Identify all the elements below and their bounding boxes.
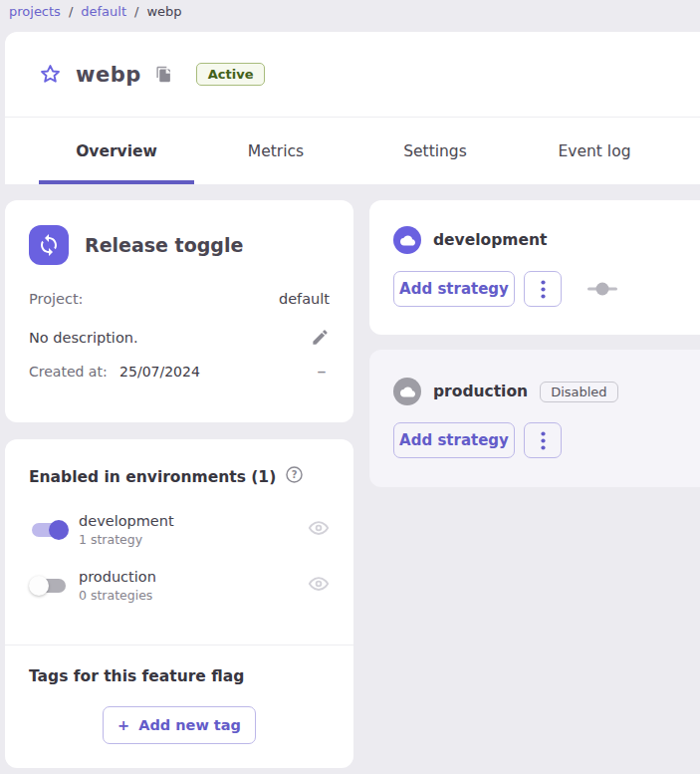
environment-name: development (79, 513, 308, 529)
cloud-icon (393, 378, 421, 405)
left-column: Release toggle Project: default No descr… (5, 200, 353, 768)
environments-card-title: Enabled in environments (1) (29, 468, 276, 486)
breadcrumb-link-default[interactable]: default (81, 4, 126, 19)
tab-label: Metrics (248, 142, 304, 160)
breadcrumb: projects / default / webp (0, 0, 700, 32)
feature-type-card: Release toggle Project: default No descr… (5, 200, 353, 422)
created-label: Created at: (29, 364, 108, 380)
more-options-kebab-icon[interactable] (524, 422, 562, 458)
main-content: Release toggle Project: default No descr… (0, 184, 700, 768)
project-value[interactable]: default (279, 291, 330, 307)
breadcrumb-current: webp (146, 4, 181, 19)
feature-type-label: Release toggle (85, 234, 243, 256)
tab-metrics[interactable]: Metrics (196, 118, 355, 184)
toggle-production[interactable] (29, 574, 69, 598)
tags-card-title: Tags for this feature flag (29, 667, 330, 685)
edit-description-pencil-icon[interactable] (311, 328, 330, 347)
tab-settings[interactable]: Settings (355, 118, 515, 184)
page-title: webp (76, 63, 141, 87)
environment-strategy-count: 1 strategy (79, 532, 308, 547)
breadcrumb-separator: / (134, 4, 138, 19)
copy-name-icon[interactable] (155, 66, 172, 83)
favorite-star-icon[interactable] (39, 63, 62, 86)
disabled-badge: Disabled (540, 382, 617, 402)
tab-overview[interactable]: Overview (37, 118, 196, 184)
plus-icon: + (117, 717, 129, 733)
tab-label: Overview (76, 142, 157, 160)
eye-icon[interactable] (308, 517, 330, 543)
development-environment-panel: development Add strategy (369, 200, 700, 335)
add-tag-label: Add new tag (138, 717, 241, 733)
description-text: No description. (29, 330, 138, 346)
status-badge: Active (196, 63, 266, 86)
help-circle-icon[interactable]: ? (285, 465, 304, 488)
add-strategy-button[interactable]: Add strategy (393, 422, 515, 458)
tab-label: Settings (403, 142, 467, 160)
tab-label: Event log (559, 142, 631, 160)
project-label: Project: (29, 291, 84, 307)
project-row: Project: default (29, 291, 330, 307)
add-new-tag-button[interactable]: + Add new tag (103, 706, 256, 744)
environment-strategy-count: 0 strategies (79, 588, 308, 603)
release-toggle-sync-icon (29, 225, 69, 265)
feature-header-card: webp Active Overview Metrics Settings Ev… (5, 32, 700, 184)
environment-name: production (79, 569, 308, 585)
collapse-icon[interactable]: – (318, 363, 330, 380)
add-strategy-button[interactable]: Add strategy (393, 271, 515, 307)
eye-icon[interactable] (308, 573, 330, 599)
environment-row-production: production 0 strategies (29, 569, 330, 603)
breadcrumb-link-projects[interactable]: projects (9, 4, 61, 19)
tab-bar: Overview Metrics Settings Event log (5, 118, 700, 184)
environments-card: Enabled in environments (1) ? developmen… (5, 439, 353, 768)
environment-panel-title: production (433, 383, 528, 400)
breadcrumb-separator: / (69, 4, 73, 19)
production-environment-panel: production Disabled Add strategy (369, 350, 700, 487)
environment-panel-title: development (433, 231, 547, 249)
feature-title-row: webp Active (5, 32, 700, 118)
svg-text:?: ? (292, 469, 298, 480)
created-value: 25/07/2024 (119, 364, 200, 380)
toggle-development[interactable] (29, 518, 69, 542)
active-tab-indicator (39, 180, 194, 184)
created-row: Created at: 25/07/2024 – (29, 363, 330, 380)
description-row: No description. (29, 328, 330, 347)
right-column: development Add strategy (369, 200, 700, 768)
more-options-kebab-icon[interactable] (524, 271, 562, 307)
cloud-icon (393, 226, 421, 254)
environment-row-development: development 1 strategy (29, 513, 330, 547)
tab-event-log[interactable]: Event log (515, 118, 674, 184)
lifecycle-stage-icon[interactable] (587, 282, 617, 296)
